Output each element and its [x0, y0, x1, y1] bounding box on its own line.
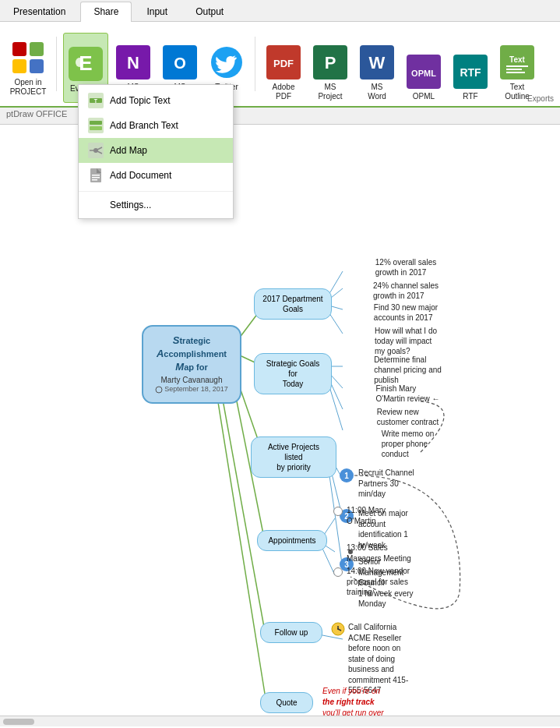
tab-presentation[interactable]: Presentation: [0, 2, 79, 21]
bullet-1400: [333, 567, 343, 577]
status-text: ptDraw OFFICE: [6, 109, 67, 118]
svg-point-65: [156, 387, 162, 393]
branch-follow-up: Follow up: [260, 622, 322, 643]
branch-active-projects: Active Projects listedby priority: [251, 436, 336, 478]
word-icon: W: [358, 44, 396, 81]
add-branch-text-label: Add Branch Text: [110, 120, 178, 131]
clock-icon: [331, 622, 345, 638]
add-document-item[interactable]: Add Document: [79, 163, 233, 188]
svg-rect-0: [12, 42, 26, 56]
add-map-item[interactable]: Add Map: [79, 138, 233, 163]
svg-rect-30: [88, 118, 104, 133]
svg-rect-2: [12, 59, 26, 73]
branch-quote: Quote: [260, 692, 313, 713]
settings-item[interactable]: Settings...: [79, 195, 233, 215]
leaf-1300: 13:00 SalesManagers Meeting: [333, 542, 411, 564]
text-outline-icon: Text: [498, 44, 536, 81]
svg-rect-32: [90, 126, 102, 130]
msproject-label: MSProject: [318, 83, 342, 101]
svg-point-6: [76, 58, 83, 67]
add-topic-text-item[interactable]: T Add Topic Text: [79, 88, 233, 113]
sep2: [255, 37, 255, 91]
ms-project-button[interactable]: P MSProject: [308, 33, 352, 103]
opml-label: OPML: [413, 92, 435, 101]
pdf-icon: PDF: [265, 44, 302, 81]
svg-rect-25: [506, 69, 522, 70]
svg-rect-42: [92, 179, 97, 181]
svg-rect-26: [506, 72, 525, 73]
evernote-icon: E: [67, 45, 104, 83]
pdf-label: AdobePDF: [273, 83, 295, 101]
adobe-pdf-button[interactable]: PDF AdobePDF: [262, 33, 305, 103]
leaf-customer-contract: Review newcustomer contract: [340, 407, 476, 427]
svg-rect-3: [30, 59, 44, 73]
add-topic-text-label: Add Topic Text: [110, 95, 171, 106]
leaf-follow-up-text: Call CaliforniaACME Resellerbefore noon …: [348, 622, 408, 696]
tab-input[interactable]: Input: [133, 2, 181, 21]
dropdown-menu: T Add Topic Text Add Branch Text Add Map: [78, 84, 234, 219]
text-outline-label: TextOutline: [505, 83, 530, 101]
svg-text:OPML: OPML: [411, 69, 436, 78]
branch-strategic-goals: Strategic Goals forToday: [254, 353, 332, 394]
leaf-project-1: 1 Recruit ChannelPartners 30min/day: [340, 468, 414, 500]
svg-point-69: [337, 628, 339, 630]
onenote-icon: N: [114, 44, 152, 81]
svg-rect-1: [30, 42, 44, 56]
svg-line-47: [218, 374, 265, 631]
add-document-label: Add Document: [110, 170, 171, 181]
rtf-button[interactable]: RTF RTF: [449, 33, 492, 103]
leaf-1300-text: 13:00 SalesManagers Meeting: [347, 542, 411, 564]
open-in-project-label: Open inPROJECT: [10, 78, 47, 97]
branch-2017-dept-goals: 2017 DepartmentGoals: [254, 288, 332, 320]
svg-rect-40: [92, 175, 100, 176]
leaf-impact-goals: How will what I dotoday will impactmy go…: [340, 326, 472, 356]
map-icon: [88, 143, 104, 158]
leaf-project-1-text: Recruit ChannelPartners 30min/day: [358, 468, 414, 500]
menu-divider: [79, 191, 233, 192]
topic-icon: T: [88, 93, 104, 108]
svg-text:T: T: [94, 98, 98, 104]
tab-output[interactable]: Output: [182, 2, 237, 21]
leaf-channel-pricing: Determine finalchannel pricing andpublis…: [340, 355, 476, 385]
spacer-1300: [333, 544, 343, 553]
svg-text:RTF: RTF: [460, 66, 481, 79]
tab-share[interactable]: Share: [80, 2, 132, 22]
ms-word-button[interactable]: W MSWord: [355, 33, 399, 103]
opml-button[interactable]: OPML OPML: [402, 33, 446, 103]
project-icon: [9, 39, 47, 76]
branch-icon: [88, 118, 104, 133]
leaf-1400-text: 14:00 New vendorproposal for salestraini…: [347, 566, 410, 598]
leaf-1100: 11:00 MaryO'Martin: [333, 505, 386, 526]
leaf-phone-memo: Write memo onproper phoneconduct: [340, 429, 476, 459]
svg-text:Text: Text: [509, 55, 525, 64]
add-branch-text-item[interactable]: Add Branch Text: [79, 113, 233, 138]
text-outline-button[interactable]: Text TextOutline: [495, 33, 539, 103]
twitter-icon: [208, 44, 245, 81]
exports-label: Exports: [527, 94, 554, 103]
opml-icon: OPML: [405, 53, 442, 90]
leaf-12pct-sales: 12% overall salesgrowth in 2017: [340, 257, 472, 277]
sep1: [56, 37, 57, 91]
leaf-24pct-sales: 24% channel salesgrowth in 2017: [340, 281, 472, 301]
settings-label: Settings...: [110, 200, 151, 210]
leaf-1400: 14:00 New vendorproposal for salestraini…: [333, 566, 410, 598]
rtf-label: RTF: [463, 92, 477, 101]
svg-text:PDF: PDF: [273, 58, 294, 69]
svg-text:W: W: [369, 53, 386, 72]
add-map-label: Add Map: [110, 145, 147, 156]
rtf-icon: RTF: [452, 53, 489, 90]
svg-rect-24: [506, 65, 528, 67]
ribbon-tabs: Presentation Share Input Output: [0, 0, 560, 22]
leaf-1100-text: 11:00 MaryO'Martin: [347, 505, 386, 526]
word-label: MSWord: [368, 83, 386, 101]
open-in-project-button[interactable]: Open inPROJECT: [6, 33, 50, 103]
branch-appointments: Appointments: [257, 530, 327, 551]
svg-rect-41: [92, 177, 100, 178]
svg-rect-31: [90, 121, 102, 125]
badge-1: 1: [340, 468, 354, 482]
svg-text:O: O: [174, 55, 186, 72]
leaf-mary-review: Finish MaryO'Martin review ←: [340, 383, 476, 404]
scroll-thumb[interactable]: [3, 719, 34, 725]
msproject-icon: P: [312, 44, 349, 81]
scrollbar-bottom[interactable]: [0, 716, 560, 726]
